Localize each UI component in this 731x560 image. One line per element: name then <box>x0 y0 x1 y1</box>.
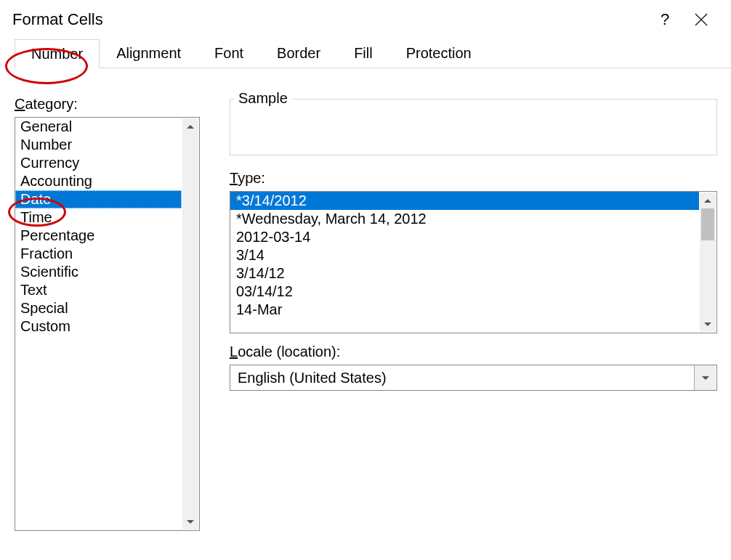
format-cells-dialog: Format Cells ? Number Alignment Font Bor… <box>0 0 731 560</box>
close-button[interactable] <box>683 4 719 36</box>
locale-value: English (United States) <box>230 370 694 386</box>
tab-protection[interactable]: Protection <box>389 38 488 68</box>
scroll-up-button[interactable] <box>700 192 716 208</box>
sample-box <box>230 99 717 155</box>
type-item[interactable]: 3/14/12 <box>230 264 699 283</box>
type-item[interactable]: 14-Mar <box>230 301 699 319</box>
type-item[interactable]: 03/14/12 <box>230 283 699 301</box>
category-item-text[interactable]: Text <box>15 281 182 299</box>
scroll-down-button[interactable] <box>700 316 716 332</box>
dialog-title: Format Cells <box>12 10 647 29</box>
type-item[interactable]: 3/14 <box>230 246 699 264</box>
category-item-number[interactable]: Number <box>15 136 182 154</box>
type-item[interactable]: *3/14/2012 <box>230 192 699 210</box>
chevron-down-icon <box>702 376 709 380</box>
tab-fill[interactable]: Fill <box>337 38 389 68</box>
category-item-scientific[interactable]: Scientific <box>15 263 182 281</box>
type-label: Type: <box>230 170 717 187</box>
scroll-track[interactable] <box>182 134 198 514</box>
chevron-up-icon <box>187 125 194 129</box>
tab-number[interactable]: Number <box>15 39 100 68</box>
type-item[interactable]: *Wednesday, March 14, 2012 <box>230 210 699 228</box>
sample-group: Sample <box>230 99 717 155</box>
category-item-custom[interactable]: Custom <box>15 317 182 336</box>
category-item-accounting[interactable]: Accounting <box>15 172 182 190</box>
category-item-special[interactable]: Special <box>15 299 182 317</box>
category-scrollbar[interactable] <box>182 118 198 529</box>
tab-bar: Number Alignment Font Border Fill Protec… <box>15 39 731 68</box>
sample-label: Sample <box>234 90 292 107</box>
tab-font[interactable]: Font <box>198 38 260 68</box>
tab-alignment[interactable]: Alignment <box>100 38 198 68</box>
category-item-fraction[interactable]: Fraction <box>15 245 182 263</box>
type-item[interactable]: 2012-03-14 <box>230 228 699 246</box>
help-button[interactable]: ? <box>647 4 683 36</box>
close-icon <box>695 13 708 26</box>
chevron-down-icon <box>187 520 194 524</box>
locale-dropdown[interactable]: English (United States) <box>230 365 717 391</box>
category-listbox[interactable]: General Number Currency Accounting Date … <box>15 117 200 531</box>
help-icon: ? <box>661 10 669 29</box>
locale-label: Locale (location): <box>230 344 717 360</box>
category-item-time[interactable]: Time <box>15 208 182 227</box>
scroll-down-button[interactable] <box>182 514 198 529</box>
dropdown-button[interactable] <box>694 365 716 390</box>
scroll-up-button[interactable] <box>182 118 198 134</box>
category-item-general[interactable]: General <box>15 118 182 136</box>
category-item-percentage[interactable]: Percentage <box>15 227 182 245</box>
titlebar: Format Cells ? <box>1 0 731 39</box>
scroll-thumb[interactable] <box>701 208 714 240</box>
type-listbox[interactable]: *3/14/2012 *Wednesday, March 14, 2012 20… <box>230 191 717 333</box>
chevron-up-icon <box>704 199 711 203</box>
category-item-currency[interactable]: Currency <box>15 154 182 172</box>
type-scrollbar[interactable] <box>700 192 716 332</box>
tab-border[interactable]: Border <box>260 38 337 68</box>
category-item-date[interactable]: Date <box>15 190 182 208</box>
category-label: Category: <box>15 96 203 113</box>
chevron-down-icon <box>704 322 711 326</box>
scroll-track[interactable] <box>700 208 716 316</box>
